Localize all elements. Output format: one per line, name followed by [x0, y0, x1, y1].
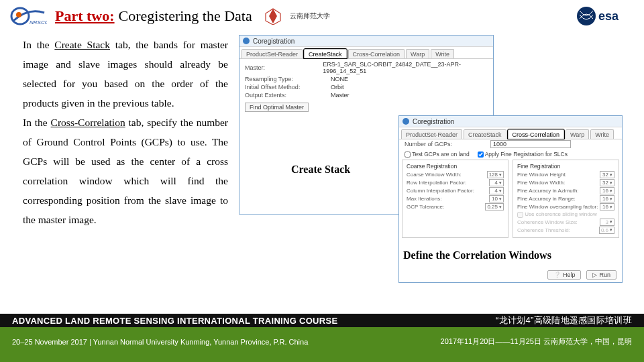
tab-warp[interactable]: Warp [566, 129, 589, 139]
tab-productset-reader[interactable]: ProductSet-Reader [401, 129, 462, 139]
help-button[interactable]: ❔Help [547, 270, 582, 280]
course-title-cn: “龙计划4”高级陆地遥感国际培训班 [496, 314, 632, 326]
instruction-text: In the Create Stack tab, the bands for m… [23, 35, 228, 283]
param-select: 0.6▾ [599, 227, 614, 234]
tab-cross-correlation[interactable]: Cross-Correlation [508, 129, 565, 139]
cb-gcps-on-land[interactable]: Test GCPs are on land [405, 151, 470, 158]
ynu-label: 云南师范大学 [290, 11, 330, 21]
fine-group: Fine Registration Fine Window Height:32▾… [513, 160, 619, 237]
param-select: 3▾ [600, 219, 614, 226]
app-icon [402, 118, 409, 125]
tab-productset-reader[interactable]: ProductSet-Reader [241, 49, 303, 58]
param-select[interactable]: 4▾ [489, 179, 504, 186]
ynu-badge-icon [264, 7, 282, 25]
run-button[interactable]: ▷Run [586, 270, 616, 280]
tab-write[interactable]: Write [431, 49, 454, 58]
param-row: Fine Window oversampling factor:16▾ [517, 203, 614, 210]
dialog-title: Coregistration [253, 38, 294, 45]
param-select[interactable]: 4▾ [489, 187, 504, 194]
cb-fine-registration[interactable]: Apply Fine Registration for SLCs [478, 151, 568, 158]
param-select[interactable]: 10▾ [489, 195, 504, 202]
param-row: Fine Window Width:32▾ [517, 179, 614, 186]
form-row: Output Extents:Master [239, 91, 493, 99]
param-select[interactable]: 16▾ [600, 187, 614, 194]
play-icon: ▷ [592, 272, 597, 278]
gcp-row: Number of GCPs: 1000 [399, 139, 622, 149]
form-row: Master:ERS-1_SAR_SLC-ORBIT_24842_DATE__2… [239, 60, 493, 75]
dialog-body: Master:ERS-1_SAR_SLC-ORBIT_24842_DATE__2… [239, 59, 493, 101]
tab-warp[interactable]: Warp [406, 49, 429, 58]
course-date-cn: 2017年11月20日——11月25日 云南师范大学，中国，昆明 [441, 337, 632, 347]
annotation-define-correlation: Define the Correlation Windows [403, 249, 551, 261]
param-select[interactable]: 0.25▾ [485, 203, 504, 210]
course-date-en: 20–25 November 2017 | Yunnan Normal Univ… [12, 338, 308, 346]
param-select[interactable]: 16▾ [600, 203, 614, 210]
form-row: Initial Offset Method:Orbit [239, 83, 493, 91]
main-content: In the Create Stack tab, the bands for m… [0, 29, 644, 283]
esa-logo: esa [574, 4, 635, 28]
help-icon: ❔ [553, 272, 561, 278]
nascc-logo: NRSCC [9, 6, 47, 26]
footer-banner: ADVANCED LAND REMOTE SENSING INTERNATION… [0, 314, 644, 362]
screenshot-area: Coregistration ProductSet-ReaderCreateSt… [239, 35, 633, 283]
form-row: Resampling Type:NONE [239, 75, 493, 83]
slide-header: NRSCC Part two:Coregistering the Data 云南… [0, 0, 644, 29]
param-select[interactable]: 128▾ [487, 171, 504, 178]
course-title-en: ADVANCED LAND REMOTE SENSING INTERNATION… [12, 316, 337, 326]
param-row: Fine Accuracy in Azimuth:16▾ [517, 187, 614, 194]
tab-createstack[interactable]: CreateStack [304, 49, 347, 58]
param-row: Fine Window Height:32▾ [517, 171, 614, 178]
dialog-titlebar: Coregistration [239, 36, 493, 47]
svg-point-1 [16, 12, 21, 17]
slide-title: Part two:Coregistering the Data [55, 7, 252, 25]
annotation-create-stack: Create Stack [291, 164, 350, 176]
dialog-titlebar: Coregistration [399, 116, 622, 127]
param-row: Row Interpolation Factor:4▾ [407, 179, 504, 186]
param-select[interactable]: 16▾ [600, 195, 614, 202]
param-select[interactable]: 32▾ [600, 179, 614, 186]
find-optimal-master-button[interactable]: Find Optimal Master [245, 103, 309, 112]
dialog-title: Coregistration [413, 118, 454, 125]
svg-text:esa: esa [598, 9, 619, 23]
svg-text:NRSCC: NRSCC [30, 19, 47, 25]
param-row: Coherence Threshold:0.6▾ [517, 227, 614, 234]
cb-coherence-window: Use coherence sliding window [517, 211, 614, 217]
tab-write[interactable]: Write [590, 129, 614, 139]
param-row: Max Iterations:10▾ [407, 195, 504, 202]
param-row: Column Interpolation Factor:4▾ [407, 187, 504, 194]
gcp-input[interactable]: 1000 [490, 140, 571, 148]
param-row: Fine Accuracy in Range:16▾ [517, 195, 614, 202]
param-select[interactable]: 32▾ [600, 171, 614, 178]
svg-point-5 [577, 7, 596, 25]
param-row: Coarse Window Width:128▾ [407, 171, 504, 178]
param-row: GCP Tolerance:0.25▾ [407, 203, 504, 210]
dialog-tabs: ProductSet-ReaderCreateStackCross-Correl… [239, 47, 493, 59]
param-row: Coherence Window Size:3▾ [517, 219, 614, 226]
app-icon [243, 38, 250, 44]
coarse-group: Coarse Registration Coarse Window Width:… [402, 160, 508, 237]
tab-createstack[interactable]: CreateStack [464, 129, 506, 139]
tab-cross-correlation[interactable]: Cross-Correlation [348, 49, 405, 58]
dialog-tabs: ProductSet-ReaderCreateStackCross-Correl… [399, 127, 622, 139]
